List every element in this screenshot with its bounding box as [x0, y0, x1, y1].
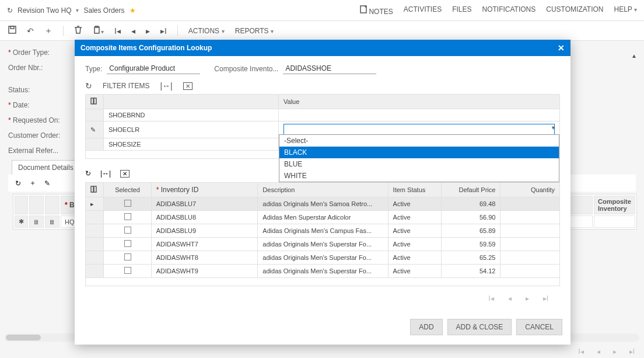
row-checkbox[interactable]	[124, 227, 131, 234]
col-inventory-id[interactable]: Inventory ID	[156, 186, 199, 194]
add-close-button[interactable]: ADD & CLOSE	[447, 319, 512, 335]
table-row[interactable]: ADIDASBLU9Adidas Originals Men's Campus …	[86, 224, 560, 238]
refresh-icon[interactable]: ↻	[7, 6, 13, 15]
cell-quantity	[501, 251, 560, 265]
close-icon[interactable]: ✕	[558, 43, 565, 53]
cell-default-price: 54.12	[441, 265, 500, 278]
table-row[interactable]: ▸ADIDASBLU7adidas Originals Men's Samoa …	[86, 197, 560, 211]
grid-refresh-icon[interactable]: ↻	[15, 179, 21, 187]
cell-quantity	[501, 265, 560, 278]
col-quantity[interactable]: Quantity	[501, 183, 560, 197]
row-checkbox[interactable]	[124, 213, 131, 220]
col-description[interactable]: Description	[258, 183, 388, 197]
svg-rect-7	[91, 186, 93, 192]
table-row[interactable]: ADIDASWHT9adidas Originals Men's Superst…	[86, 265, 560, 278]
nav-notes[interactable]: NOTES	[359, 5, 393, 16]
nav-customization[interactable]: CUSTOMIZATION	[546, 5, 603, 16]
cancel-button[interactable]: CANCEL	[516, 319, 562, 335]
columns-icon[interactable]	[90, 185, 99, 193]
results-clear-icon[interactable]: ✕	[120, 170, 130, 178]
star-icon[interactable]: ★	[130, 6, 136, 15]
composite-inv-value: ADIDASSHOE	[283, 63, 376, 74]
attr-shoebrnd[interactable]: SHOEBRND	[104, 109, 279, 121]
cell-quantity	[501, 197, 560, 211]
col-default-price[interactable]: Default Price	[441, 183, 500, 197]
collapse-icon[interactable]: ▲	[631, 53, 637, 59]
label-composite-inv: Composite Invento...	[214, 65, 278, 73]
type-value: Configurable Product	[107, 63, 200, 74]
attr-shoeclr[interactable]: SHOECLR	[104, 121, 279, 138]
last-icon[interactable]: ▸I	[160, 26, 167, 36]
nav-help[interactable]: HELP ▾	[614, 5, 637, 16]
save-icon[interactable]	[8, 26, 16, 36]
pager-first-icon[interactable]: I◂	[488, 294, 494, 303]
option-select[interactable]: -Select-	[279, 135, 559, 147]
table-row[interactable]: ADIDASWHT8adidas Originals Men's Superst…	[86, 251, 560, 265]
svg-rect-2	[10, 26, 14, 29]
nav-activities[interactable]: ACTIVITIES	[404, 5, 442, 16]
col-selected[interactable]: Selected	[104, 183, 151, 197]
row-checkbox[interactable]	[124, 200, 131, 207]
table-row[interactable]: ADIDASWHT7adidas Originals Men's Superst…	[86, 238, 560, 251]
cell-default-price: 56.90	[441, 211, 500, 224]
label-order-nbr: Order Nbr.:	[8, 64, 66, 72]
nav-notifications[interactable]: NOTIFICATIONS	[482, 5, 536, 16]
page-first-icon[interactable]: I◂	[578, 347, 583, 356]
modal-refresh-icon[interactable]: ↻	[85, 81, 92, 91]
pager-last-icon[interactable]: ▸I	[543, 294, 548, 303]
first-icon[interactable]: I◂	[114, 26, 121, 36]
table-row[interactable]: ADIDASBLU8Adidas Men Superstar AdicolorA…	[86, 211, 560, 224]
pager-prev-icon[interactable]: ◂	[508, 294, 512, 303]
cell-default-price: 59.59	[441, 238, 500, 251]
cell-item-status: Active	[388, 224, 441, 238]
filter-items-button[interactable]: FILTER ITEMS	[103, 82, 149, 90]
prev-icon[interactable]: ◂	[131, 26, 135, 36]
cell-inventory-id: ADIDASWHT8	[151, 251, 258, 265]
option-white[interactable]: WHITE	[279, 170, 559, 182]
chevron-down-icon[interactable]: ▾	[76, 7, 79, 13]
row-checkbox[interactable]	[124, 240, 131, 247]
reports-menu[interactable]: REPORTS ▾	[235, 26, 274, 35]
col-value: Value	[279, 95, 560, 109]
fit-icon[interactable]: |↔|	[160, 81, 172, 91]
label-type: Type:	[85, 65, 102, 73]
pager-next-icon[interactable]: ▸	[526, 294, 529, 303]
add-button[interactable]: ADD	[410, 319, 442, 335]
cell-inventory-id: ADIDASWHT7	[151, 238, 258, 251]
cell-description: adidas Originals Men's Superstar Fo...	[258, 251, 388, 265]
row-checkbox[interactable]	[124, 253, 131, 260]
shoeclr-select[interactable]	[284, 124, 555, 135]
row-checkbox[interactable]	[124, 267, 131, 274]
nav-files[interactable]: FILES	[452, 5, 471, 16]
next-icon[interactable]: ▸	[146, 26, 150, 36]
topbar: ↻ Revision Two HQ ▾ Sales Orders ★ NOTES…	[0, 0, 644, 21]
main-toolbar: ↶ ＋ ▾ I◂ ◂ ▸ ▸I ACTIONS ▾ REPORTS ▾	[0, 21, 644, 41]
grid-add-icon[interactable]: ＋	[29, 178, 36, 188]
svg-rect-1	[9, 26, 16, 33]
clipboard-icon[interactable]: ▾	[93, 26, 104, 36]
page-last-icon[interactable]: ▸I	[629, 347, 635, 356]
columns-icon[interactable]	[90, 97, 99, 105]
grid-edit-icon[interactable]: ✎	[44, 179, 50, 187]
attribute-grid: Value SHOEBRND ✎SHOECLR ▼ -Select- BLACK…	[85, 94, 560, 159]
cell-inventory-id: ADIDASBLU7	[151, 197, 258, 211]
undo-icon[interactable]: ↶	[27, 26, 34, 36]
results-fit-icon[interactable]: |↔|	[100, 169, 111, 178]
attr-shoesize[interactable]: SHOESIZE	[104, 138, 279, 151]
add-icon[interactable]: ＋	[44, 26, 52, 36]
tab-document-details[interactable]: Document Details	[12, 160, 80, 175]
page-prev-icon[interactable]: ◂	[597, 347, 600, 356]
page-title: Sales Orders	[83, 6, 124, 15]
note-icon	[359, 5, 367, 14]
results-refresh-icon[interactable]: ↻	[85, 169, 91, 178]
option-blue[interactable]: BLUE	[279, 158, 559, 170]
company-name[interactable]: Revision Two HQ	[18, 6, 71, 15]
col-item-status[interactable]: Item Status	[388, 183, 441, 197]
option-black[interactable]: BLACK	[279, 147, 559, 158]
actions-menu[interactable]: ACTIONS ▾	[188, 26, 225, 35]
results-grid: Selected Inventory ID Description Item S…	[85, 182, 560, 286]
label-ext-ref: External Refer...	[8, 147, 66, 155]
delete-icon[interactable]	[74, 26, 82, 36]
clear-icon[interactable]: ✕	[183, 82, 192, 90]
page-next-icon[interactable]: ▸	[613, 347, 617, 356]
